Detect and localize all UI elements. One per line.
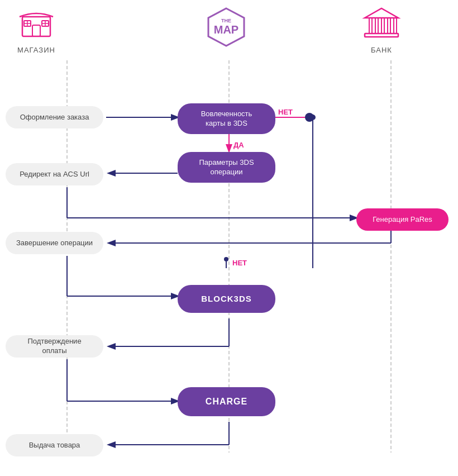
pares-box: Генерация PaRes (356, 208, 449, 231)
yes-label: ДА (233, 141, 244, 149)
diagram-container: МАГАЗИН THE MAP БАНК Оформление заказа (0, 0, 458, 476)
params3ds-box: Параметры 3DS операции (178, 152, 275, 183)
bank-label: БАНК (371, 46, 392, 54)
bank-icon (362, 6, 401, 39)
store-column-header: МАГАЗИН (17, 6, 56, 54)
confirm-box: Подтверждение оплаты (6, 335, 103, 358)
no1-label: НЕТ (278, 108, 293, 116)
order-box: Оформление заказа (6, 106, 103, 128)
charge-box: CHARGE (178, 387, 275, 416)
store-label: МАГАЗИН (17, 46, 55, 54)
svg-rect-37 (375, 18, 378, 34)
no2-label: НЕТ (222, 257, 247, 268)
involvement-label: Вовлеченность карты в 3DS (201, 110, 252, 128)
completion-box: Завершение операции (6, 232, 103, 254)
block3ds-box: BLOCK3DS (178, 285, 275, 313)
involvement-box: Вовлеченность карты в 3DS (178, 103, 275, 134)
svg-point-41 (224, 257, 228, 261)
svg-rect-40 (394, 18, 397, 34)
svg-text:THE: THE (221, 18, 231, 23)
params3ds-label: Параметры 3DS операции (199, 158, 254, 177)
map-logo: THE MAP (204, 6, 249, 47)
svg-rect-24 (32, 25, 40, 36)
svg-text:MAP: MAP (214, 23, 238, 36)
svg-rect-36 (369, 18, 372, 34)
svg-marker-34 (365, 8, 398, 18)
redirect-box: Редирект на ACS Url (6, 163, 103, 185)
svg-rect-38 (381, 18, 384, 34)
map-column-header: THE MAP (204, 6, 249, 47)
bank-column-header: БАНК (362, 6, 401, 54)
store-icon (17, 6, 56, 39)
svg-rect-39 (388, 18, 390, 34)
delivery-box: Выдача товара (6, 434, 103, 456)
no2-arrow-icon (222, 257, 230, 268)
svg-point-20 (310, 115, 316, 120)
